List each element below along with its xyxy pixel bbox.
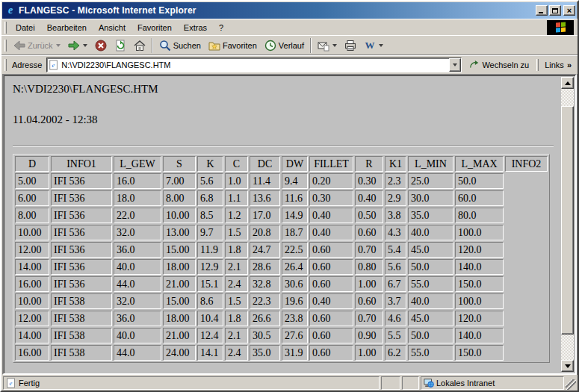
favorites-button[interactable]: Favoriten xyxy=(205,37,261,54)
edit-dropdown-icon[interactable] xyxy=(379,44,383,47)
table-row: 10.00IFI 53632.013.009.71.520.818.70.400… xyxy=(15,225,548,240)
table-cell: IFI 538 xyxy=(51,345,112,361)
svg-text:e: e xyxy=(10,379,13,387)
table-cell: 0.80 xyxy=(355,259,383,275)
edit-button[interactable]: W xyxy=(360,37,387,54)
table-cell: 80.0 xyxy=(455,208,504,223)
table-row: 14.00IFI 53840.021.0012.42.130.527.60.60… xyxy=(15,328,548,343)
scroll-up-button[interactable] xyxy=(561,77,574,89)
title-bar[interactable]: e FLANGESC - Microsoft Internet Explorer… xyxy=(2,2,577,19)
column-header: K1 xyxy=(385,156,406,172)
history-button[interactable]: Verlauf xyxy=(261,37,308,54)
table-cell: 15.00 xyxy=(163,293,196,309)
addressbar-grip[interactable] xyxy=(4,59,7,71)
favorites-label: Favoriten xyxy=(223,41,257,50)
favorites-icon xyxy=(208,40,220,52)
links-chevron-icon[interactable]: » xyxy=(567,60,576,69)
table-cell: 60.0 xyxy=(455,190,504,206)
stop-icon xyxy=(95,40,107,52)
column-header: S xyxy=(163,156,196,172)
intranet-zone-icon xyxy=(424,378,434,388)
table-cell: 0.60 xyxy=(309,259,353,275)
table-cell: 45.0 xyxy=(408,242,453,258)
page-ie-icon: e xyxy=(49,60,59,70)
table-cell xyxy=(505,242,548,258)
go-button[interactable]: Wechseln zu xyxy=(465,57,533,73)
table-cell: 15.1 xyxy=(197,276,223,292)
table-cell: 32.0 xyxy=(114,293,161,309)
scrollbar-thumb[interactable] xyxy=(561,106,574,335)
table-cell: 40.0 xyxy=(408,225,453,240)
menu-extras[interactable]: Extras xyxy=(178,22,213,34)
table-row: 6.00IFI 53618.08.006.81.113.611.60.300.4… xyxy=(15,190,548,206)
refresh-button[interactable] xyxy=(111,37,130,54)
window-title: FLANGESC - Microsoft Internet Explorer xyxy=(19,5,534,16)
back-button[interactable]: Zurück xyxy=(10,37,64,54)
scroll-down-button[interactable] xyxy=(561,360,574,372)
address-value: N:\VDI2230\FLANGESC.HTM xyxy=(59,60,449,69)
table-cell: 0.40 xyxy=(309,225,353,240)
back-dropdown-icon[interactable] xyxy=(56,44,61,47)
table-cell: 50.0 xyxy=(408,328,453,343)
close-button[interactable]: × xyxy=(563,5,575,16)
toolbar-grip[interactable] xyxy=(4,40,7,52)
table-cell: 11.4 xyxy=(250,173,280,189)
minimize-button[interactable] xyxy=(536,5,548,16)
menu-ansicht[interactable]: Ansicht xyxy=(93,22,131,34)
menubar-grip[interactable] xyxy=(4,22,7,34)
table-cell: 10.4 xyxy=(197,311,223,326)
forward-dropdown-icon[interactable] xyxy=(83,44,87,47)
document-page: N:\VDI2230\FLANGESC.HTM 11.04.2002 - 12:… xyxy=(5,77,561,372)
table-cell: 30.6 xyxy=(282,276,308,292)
stop-button[interactable] xyxy=(91,37,111,54)
table-cell: 16.00 xyxy=(15,345,49,361)
table-cell xyxy=(505,173,548,189)
table-cell: 22.0 xyxy=(114,208,161,223)
table-cell: 8.00 xyxy=(163,190,196,206)
table-cell: 0.40 xyxy=(309,208,353,223)
arrow-down-icon xyxy=(565,364,571,368)
menu-hilfe[interactable]: ? xyxy=(213,22,229,34)
mail-button[interactable] xyxy=(314,37,341,54)
search-label: Suchen xyxy=(173,41,201,50)
table-cell: 50.0 xyxy=(408,259,453,275)
table-cell: 24.7 xyxy=(250,242,280,258)
status-pane-secondary xyxy=(381,376,400,390)
table-cell: 1.8 xyxy=(225,311,248,326)
table-cell xyxy=(505,276,548,292)
menu-datei[interactable]: Datei xyxy=(10,22,41,34)
menu-favoriten[interactable]: Favoriten xyxy=(131,22,178,34)
toolbar: Zurück Suchen Favoriten Verlauf xyxy=(1,35,578,55)
toolbar-separator xyxy=(310,38,312,53)
table-cell: 3.8 xyxy=(385,208,406,223)
search-icon xyxy=(159,40,171,52)
table-cell: IFI 538 xyxy=(51,293,112,309)
column-header: DW xyxy=(282,156,308,172)
table-cell: IFI 536 xyxy=(51,242,112,258)
table-cell: 100.0 xyxy=(455,225,504,240)
table-cell: 22.5 xyxy=(282,242,308,258)
search-button[interactable]: Suchen xyxy=(155,37,205,54)
page-heading: N:\VDI2230\FLANGESC.HTM xyxy=(13,83,560,96)
forward-button[interactable] xyxy=(64,37,91,54)
print-button[interactable] xyxy=(341,37,360,54)
address-dropdown-button[interactable] xyxy=(449,58,461,72)
home-button[interactable] xyxy=(130,37,149,54)
menu-bearbeiten[interactable]: Bearbeiten xyxy=(41,22,93,34)
table-cell: 15.00 xyxy=(163,242,196,258)
maximize-button[interactable] xyxy=(549,5,561,16)
address-input[interactable]: e N:\VDI2230\FLANGESC.HTM xyxy=(46,57,462,72)
table-cell: 14.9 xyxy=(282,208,308,223)
resize-grip[interactable] xyxy=(566,379,576,390)
mail-dropdown-icon[interactable] xyxy=(332,44,337,47)
table-cell: 0.90 xyxy=(355,328,383,343)
vertical-scrollbar[interactable] xyxy=(561,77,574,372)
table-cell: 23.8 xyxy=(282,311,308,326)
table-cell: 6.00 xyxy=(15,190,49,206)
table-cell: 0.60 xyxy=(309,345,353,361)
links-grip[interactable] xyxy=(536,59,539,71)
table-cell: 14.00 xyxy=(15,259,49,275)
table-cell: 3.7 xyxy=(385,293,406,309)
table-cell: 12.00 xyxy=(15,242,49,258)
table-cell: 0.60 xyxy=(355,225,383,240)
